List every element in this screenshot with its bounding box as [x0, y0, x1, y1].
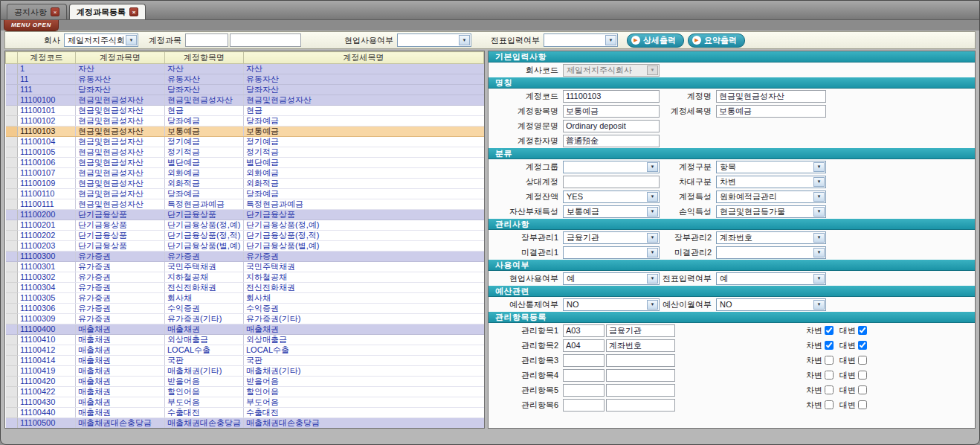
credit-checkbox[interactable] [858, 356, 867, 365]
cell-item[interactable]: 외상매출금 [165, 335, 244, 345]
cell-detail[interactable]: 별단예금 [244, 158, 484, 168]
cell-name[interactable]: 매출채권 [76, 356, 165, 366]
debit-checkbox[interactable] [825, 371, 834, 380]
cell-code[interactable]: 11100105 [18, 147, 76, 158]
cell-item[interactable]: LOCAL수출 [165, 345, 244, 356]
cell-item[interactable]: 정기예금 [165, 137, 244, 147]
cell-code[interactable]: 11100400 [18, 324, 76, 335]
table-row[interactable]: 11100101현금및현금성자산현금현금 [6, 106, 484, 116]
credit-checkbox[interactable] [858, 385, 867, 394]
cell-name[interactable]: 현금및현금성자산 [76, 137, 165, 147]
cell-detail[interactable]: 정기적금 [244, 147, 484, 158]
cell-name[interactable]: 현금및현금성자산 [76, 179, 165, 189]
chevron-down-icon[interactable]: ▼ [647, 248, 658, 257]
cell-code[interactable]: 11100200 [18, 210, 76, 220]
cell-code[interactable]: 11100101 [18, 106, 76, 116]
row-gutter[interactable] [6, 272, 18, 283]
cell-item[interactable]: 단기금융상품(별,예) [165, 241, 244, 252]
cell-code[interactable]: 11100410 [18, 335, 76, 345]
chevron-down-icon[interactable]: ▼ [605, 35, 616, 45]
panel-select[interactable]: ▼ [563, 246, 660, 259]
table-row[interactable]: 11100106현금및현금성자산별단예금별단예금 [6, 158, 484, 168]
mgmt-name-input[interactable] [606, 384, 675, 397]
cell-name[interactable]: 매출채권 [76, 324, 165, 335]
cell-detail[interactable]: 유동자산 [244, 74, 484, 85]
cell-item[interactable]: 당좌예금 [165, 189, 244, 199]
table-row[interactable]: 11100412매출채권LOCAL수출LOCAL수출 [6, 345, 484, 356]
debit-checkbox[interactable] [825, 341, 834, 350]
row-gutter[interactable] [6, 85, 18, 95]
cell-name[interactable]: 유가증권 [76, 293, 165, 304]
cell-item[interactable]: 당좌예금 [165, 116, 244, 127]
cell-item[interactable]: 국민주택채권 [165, 262, 244, 272]
cell-code[interactable]: 11100440 [18, 408, 76, 418]
cell-code[interactable]: 11100106 [18, 158, 76, 168]
row-gutter[interactable] [6, 189, 18, 199]
cell-detail[interactable]: 외화예금 [244, 168, 484, 179]
cell-name[interactable]: 매출채권 [76, 387, 165, 397]
table-row[interactable]: 11100107현금및현금성자산외화예금외화예금 [6, 168, 484, 179]
chevron-down-icon[interactable]: ▼ [459, 35, 470, 45]
panel-select[interactable]: 보통예금▼ [563, 205, 660, 218]
cell-item[interactable]: 유가증권 [165, 252, 244, 262]
cell-item[interactable]: 유가증권(기타) [165, 314, 244, 324]
table-row[interactable]: 11100301유가증권국민주택채권국민주택채권 [6, 262, 484, 272]
table-row[interactable]: 11100105현금및현금성자산정기적금정기적금 [6, 147, 484, 158]
field-use-select[interactable]: ▼ [397, 33, 471, 47]
panel-input[interactable] [563, 90, 660, 103]
cell-code[interactable]: 11100300 [18, 252, 76, 262]
mgmt-name-input[interactable] [606, 324, 675, 337]
row-gutter[interactable] [6, 241, 18, 252]
cell-code[interactable]: 11100201 [18, 220, 76, 231]
panel-input[interactable] [563, 105, 660, 118]
cell-code[interactable]: 11100422 [18, 387, 76, 397]
row-gutter[interactable] [6, 366, 18, 377]
cell-code[interactable]: 11100110 [18, 189, 76, 199]
cell-detail[interactable]: 외상매출금 [244, 335, 484, 345]
cell-item[interactable]: 단기금융상품(정,적) [165, 231, 244, 241]
row-gutter[interactable] [6, 356, 18, 366]
table-row[interactable]: 111당좌자산당좌자산당좌자산 [6, 85, 484, 95]
table-row[interactable]: 11100440매출채권수출대전수출대전 [6, 408, 484, 418]
cell-name[interactable]: 현금및현금성자산 [76, 168, 165, 179]
cell-item[interactable]: 회사채 [165, 293, 244, 304]
account-code-input[interactable] [185, 33, 228, 47]
account-name-input[interactable] [230, 33, 301, 47]
detail-print-button[interactable]: ▶ 상세출력 [627, 33, 684, 48]
panel-select[interactable]: ▼ [716, 246, 826, 259]
tab-account-registration[interactable]: 계정과목등록 × [69, 4, 146, 19]
panel-select[interactable]: 항목▼ [716, 161, 826, 173]
chevron-down-icon[interactable]: ▼ [813, 274, 825, 284]
cell-name[interactable]: 자산 [76, 64, 165, 74]
table-row[interactable]: 11100305유가증권회사채회사채 [6, 293, 484, 304]
cell-detail[interactable]: 특정현금과예금 [244, 199, 484, 210]
chevron-down-icon[interactable]: ▼ [647, 162, 658, 172]
table-row[interactable]: 11유동자산유동자산유동자산 [6, 74, 484, 85]
cell-name[interactable]: 당좌자산 [76, 85, 165, 95]
cell-detail[interactable]: 현금및현금성자산 [244, 95, 484, 106]
panel-select[interactable]: 차변▼ [716, 176, 826, 188]
cell-name[interactable]: 매출채권 [76, 377, 165, 387]
cell-item[interactable]: 외화적금 [165, 179, 244, 189]
row-gutter[interactable] [6, 387, 18, 397]
panel-input[interactable] [563, 176, 660, 188]
row-gutter[interactable] [6, 418, 18, 429]
chevron-down-icon[interactable]: ▼ [813, 162, 825, 172]
cell-name[interactable]: 현금및현금성자산 [76, 106, 165, 116]
cell-detail[interactable]: 국민주택채권 [244, 262, 484, 272]
panel-input[interactable] [716, 90, 826, 103]
cell-detail[interactable]: 단기금융상품(정,예) [244, 220, 484, 231]
cell-detail[interactable]: 단기금융상품 [244, 210, 484, 220]
cell-detail[interactable]: 당좌자산 [244, 85, 484, 95]
cell-name[interactable]: 단기금융상품 [76, 231, 165, 241]
chevron-down-icon[interactable]: ▼ [647, 233, 658, 243]
cell-detail[interactable]: 국판 [244, 356, 484, 366]
table-row[interactable]: 11100304유가증권전신전화채권전신전화채권 [6, 283, 484, 293]
panel-select[interactable]: 원화예적금관리▼ [716, 191, 826, 203]
mgmt-name-input[interactable] [606, 354, 675, 367]
cell-code[interactable]: 11100420 [18, 377, 76, 387]
panel-input[interactable] [563, 120, 660, 132]
cell-detail[interactable]: 수익증권 [244, 304, 484, 314]
cell-item[interactable]: 외화예금 [165, 168, 244, 179]
cell-detail[interactable]: 매출채권 [244, 324, 484, 335]
